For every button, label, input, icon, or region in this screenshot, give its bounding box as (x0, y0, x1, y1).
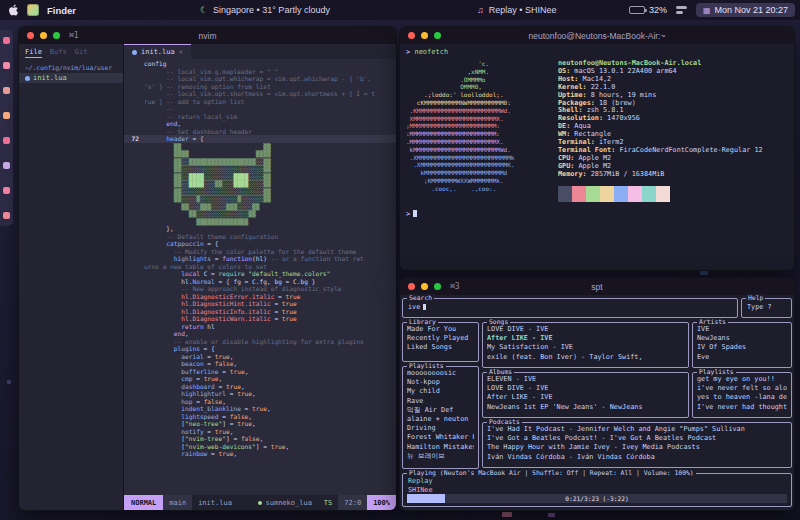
podcast-item[interactable]: The Happy Hour with Jamie Ivey - Ivey Me… (487, 443, 787, 452)
code-line: ▒▒░░▒▒▒▒▒▒▒▒▒▒▒▒▒▒▒▒▒▒░░▒▒ (124, 158, 396, 166)
battery-indicator[interactable]: 32% (629, 5, 667, 15)
dock-app-icon[interactable] (3, 62, 10, 69)
library-item[interactable]: Liked Songs (407, 343, 474, 352)
zoom-button[interactable] (53, 32, 60, 39)
artist-item[interactable]: Eve (697, 353, 787, 362)
dock-app-icon[interactable] (3, 37, 10, 44)
album-item[interactable]: ELEVEN - IVE (487, 375, 684, 384)
playlist-item[interactable]: My child (407, 387, 474, 396)
dock-app-icon[interactable] (3, 137, 10, 144)
album-item[interactable]: After LIKE - IVE (487, 393, 684, 402)
code-line: end, (124, 330, 396, 338)
playlist-item[interactable]: Forest Whitaker Ha (407, 433, 474, 442)
battery-icon (629, 6, 645, 14)
code-line: 's' } -- removing option from list (124, 83, 396, 91)
podcast-item[interactable]: I've Had It Podcast - Jennifer Welch and… (487, 425, 787, 434)
search-input[interactable]: ive (403, 299, 737, 311)
ascii-art-line: :MMMMMMMMMMMMMMMMMMMMMMMM: (406, 130, 514, 138)
close-button[interactable] (27, 32, 34, 39)
calendar-icon: ▦ (703, 6, 711, 15)
album-item[interactable]: NewJeans 1st EP 'New Jeans' - NewJeans (487, 403, 684, 412)
file-item-init-lua[interactable]: init.lua (19, 73, 123, 83)
progress-bar[interactable]: 0:21/3:23 (-3:22) (407, 494, 787, 503)
artist-item[interactable]: IV Of Spades (697, 343, 787, 352)
playlist-result-item[interactable]: I've never had thoughts that control me (697, 403, 787, 412)
song-item[interactable]: After LIKE - IVE (487, 334, 684, 343)
minimize-button[interactable] (421, 32, 428, 39)
palette-swatch (614, 186, 628, 194)
artist-item[interactable]: IVE (697, 325, 787, 334)
playlist-item[interactable]: Hamilton Mistakes (407, 443, 474, 452)
dock-app-icon[interactable] (3, 87, 10, 94)
dock-app-icon[interactable] (3, 212, 10, 219)
terminal-window: neutonfoo@Neutons-MacBook-Air:~ > neofet… (399, 26, 795, 271)
code-editor[interactable]: config -- local_vim.g.mapleader = " " --… (124, 59, 396, 495)
search-box[interactable]: Search ive (402, 298, 738, 318)
explorer-tab-git[interactable]: Git (75, 48, 88, 58)
vim-mode-indicator: NORMAL (124, 495, 163, 510)
playlist-results-panel: Playlists get my eye on you!!i've never … (692, 372, 792, 418)
terminal-titlebar[interactable]: neutonfoo@Neutons-MacBook-Air:~ (400, 27, 794, 44)
close-buffer-icon[interactable]: × (179, 48, 183, 56)
weather-widget[interactable]: ☾ Singapore • 31° Partly cloudy (200, 5, 330, 15)
minimize-button[interactable] (421, 283, 428, 290)
ascii-art-line: .KMMMMMMMMMMMMMMMMMMMMMMMWd. (406, 107, 514, 115)
code-line: ["nvim-tree"] = false, (124, 435, 396, 443)
playlist-item[interactable]: moooooooosic (407, 369, 474, 378)
apple-menu-icon[interactable] (8, 4, 19, 16)
zoom-button[interactable] (434, 283, 441, 290)
terminal-output[interactable]: > neofetch 'c. ,xNMM. .OMMMMo OMMM0, .;l… (400, 44, 794, 270)
playlist-item[interactable]: Rave (407, 397, 474, 406)
playlist-item[interactable]: 뉴 브레이브 (407, 452, 474, 461)
playlist-result-item[interactable]: yes to heaven -lana del rey (697, 393, 787, 402)
album-item[interactable]: LOVE DIVE - IVE (487, 384, 684, 393)
podcast-item[interactable]: I've Got a Beatles Podcast! - I've Got A… (487, 434, 787, 443)
podcast-item[interactable]: Iván Vindas Córdoba - Iván Vindas Córdob… (487, 453, 787, 462)
buffer-tab[interactable]: init.lua × (124, 44, 191, 59)
playing-status: Playing (Neuton's MacBook Air | Shuffle:… (407, 469, 696, 477)
code-line: highlights = function(hl) -- or a functi… (124, 255, 396, 263)
song-item[interactable]: exile (feat. Bon Iver) - Taylor Swift, (487, 353, 684, 362)
minimize-button[interactable] (40, 32, 47, 39)
spt-titlebar[interactable]: ⌘3 spt (400, 278, 794, 295)
song-item[interactable]: My Satisfaction - IVE (487, 343, 684, 352)
code-line: catppuccin = { (124, 240, 396, 248)
now-playing-widget[interactable]: ♫ Replay • SHINee (477, 5, 556, 15)
playlist-result-item[interactable]: i've never felt so alone (697, 384, 787, 393)
playlist-item[interactable]: Driving (407, 424, 474, 433)
zoom-button[interactable] (434, 32, 441, 39)
app-name[interactable]: Finder (47, 5, 76, 16)
ascii-art-line: .XMMMMMMMMMMMMMMMMMMMMMMMMK. (406, 161, 514, 169)
neofetch-info-line: Memory: 2857MiB / 16384MiB (558, 171, 763, 179)
clock-widget[interactable]: ▦ Mon Nov 21 20:27 (696, 3, 795, 17)
close-button[interactable] (408, 283, 415, 290)
control-center-icon[interactable] (676, 6, 687, 14)
dock-app-icon[interactable] (3, 112, 10, 119)
battery-percent: 32% (649, 5, 667, 15)
code-line: aerial = true, (124, 353, 396, 361)
weather-text: Singapore • 31° Partly cloudy (213, 5, 330, 15)
wallpaper-pixel (7, 380, 11, 384)
playlist-item[interactable]: 덕질 Air Def (407, 406, 474, 415)
playlist-item[interactable]: Not-kpop (407, 378, 474, 387)
library-item[interactable]: Made For You (407, 325, 474, 334)
dock-app-icon[interactable] (3, 187, 10, 194)
explorer-tab-bufs[interactable]: Bufs (50, 48, 67, 58)
nvim-titlebar[interactable]: ⌘1 nvim (19, 27, 396, 44)
focused-app-icon[interactable] (27, 4, 39, 16)
playlist-result-item[interactable]: get my eye on you!! (697, 375, 787, 384)
song-item[interactable]: LOVE DIVE - IVE (487, 325, 684, 334)
playlist-item[interactable]: alaine + neuton (407, 415, 474, 424)
close-button[interactable] (408, 32, 415, 39)
code-line: hl.Normal = { fg = C.fg, bg = C.bg } (124, 278, 396, 286)
explorer-tab-file[interactable]: File (25, 48, 42, 58)
window-shortcut-badge: ⌘3 (450, 282, 460, 291)
library-item[interactable]: Recently Played (407, 334, 474, 343)
ascii-art-line: OMMM0, (406, 83, 514, 91)
palette-swatch (642, 194, 656, 202)
dock-app-icon[interactable] (3, 162, 10, 169)
artist-item[interactable]: NewJeans (697, 334, 787, 343)
code-line: dashboard = true, (124, 383, 396, 391)
prompt-symbol: > (406, 48, 410, 56)
palette-swatch (586, 186, 600, 194)
